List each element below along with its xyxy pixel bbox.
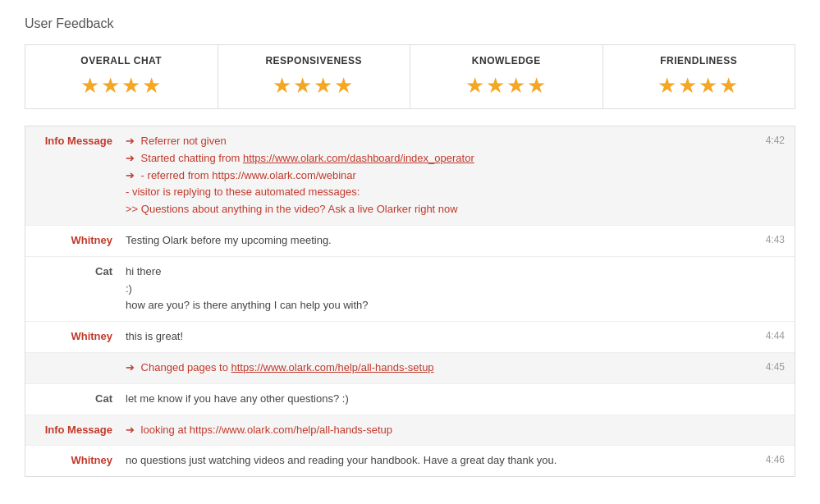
arrow-icon: ➔ xyxy=(126,167,135,185)
rating-friendliness-stars: ★★★★ xyxy=(620,73,779,99)
sender-cat-2: Cat xyxy=(35,391,126,405)
rating-friendliness: FRIENDLINESS ★★★★ xyxy=(602,45,795,109)
sender-whitney-2: Whitney xyxy=(35,328,126,342)
cat-message-line-1: hi there xyxy=(126,263,735,281)
message-info-2: ➔ Changed pages to https://www.olark.com… xyxy=(126,360,735,377)
message-info-1: ➔ Referrer not given ➔ Started chatting … xyxy=(126,133,735,218)
chat-row-info-3: Info Message ➔ looking at https://www.ol… xyxy=(25,415,795,447)
message-info-3: ➔ looking at https://www.olark.com/help/… xyxy=(126,422,735,439)
time-cat-2 xyxy=(735,391,785,392)
rating-overall-chat: OVERALL CHAT ★★★★ xyxy=(25,45,218,109)
arrow-icon: ➔ xyxy=(126,150,135,167)
page-container: User Feedback OVERALL CHAT ★★★★ RESPONSI… xyxy=(0,0,820,493)
message-whitney-3: no questions just watching videos and re… xyxy=(126,452,735,470)
chat-row-whitney-3: Whitney no questions just watching video… xyxy=(25,446,795,476)
message-whitney-2: this is great! xyxy=(126,328,735,346)
message-whitney-1: Testing Olark before my upcoming meeting… xyxy=(126,232,735,250)
rating-responsiveness-stars: ★★★★ xyxy=(235,73,394,99)
time-445: 4:45 xyxy=(735,360,785,373)
sender-info-2 xyxy=(35,360,126,361)
message-cat-2: let me know if you have any other questi… xyxy=(126,391,735,408)
rating-friendliness-label: FRIENDLINESS xyxy=(620,55,779,66)
page-title: User Feedback xyxy=(25,16,795,31)
all-hands-link[interactable]: https://www.olark.com/help/all-hands-set… xyxy=(231,361,433,373)
ratings-table: OVERALL CHAT ★★★★ RESPONSIVENESS ★★★★ KN… xyxy=(25,44,795,109)
time-442: 4:42 xyxy=(735,133,785,146)
sender-info-1: Info Message xyxy=(35,133,126,147)
rating-overall-stars: ★★★★ xyxy=(42,73,201,99)
sender-whitney-1: Whitney xyxy=(35,232,126,246)
cat-message-line-3: how are you? is there anything I can hel… xyxy=(126,297,735,314)
time-cat-1 xyxy=(735,263,785,265)
chat-container: Info Message ➔ Referrer not given ➔ Star… xyxy=(25,126,795,477)
chat-row-whitney-2: Whitney this is great! 4:44 xyxy=(25,322,795,353)
chat-row-whitney-1: Whitney Testing Olark before my upcoming… xyxy=(25,226,795,257)
arrow-icon: ➔ xyxy=(126,133,135,150)
rating-knowledge-label: KNOWLEDGE xyxy=(427,55,586,66)
sender-info-3: Info Message xyxy=(35,422,126,436)
rating-responsiveness-label: RESPONSIVENESS xyxy=(235,55,394,66)
chat-row-info-1: Info Message ➔ Referrer not given ➔ Star… xyxy=(25,126,795,226)
sender-cat-1: Cat xyxy=(35,263,126,277)
rating-knowledge: KNOWLEDGE ★★★★ xyxy=(410,45,603,109)
chat-row-cat-1: Cat hi there :) how are you? is there an… xyxy=(25,257,795,322)
rating-responsiveness: RESPONSIVENESS ★★★★ xyxy=(218,45,410,109)
chat-row-cat-2: Cat let me know if you have any other qu… xyxy=(25,384,795,415)
chat-row-info-2: ➔ Changed pages to https://www.olark.com… xyxy=(25,353,795,384)
time-446: 4:46 xyxy=(735,452,785,465)
time-444: 4:44 xyxy=(735,328,785,341)
arrow-icon: ➔ xyxy=(126,360,135,377)
time-info-3 xyxy=(735,422,785,424)
sender-whitney-3: Whitney xyxy=(35,452,126,466)
dashboard-link[interactable]: https://www.olark.com/dashboard/index_op… xyxy=(243,152,474,164)
cat-message-line-2: :) xyxy=(126,281,735,298)
message-cat-1: hi there :) how are you? is there anythi… xyxy=(126,263,735,314)
arrow-icon: ➔ xyxy=(126,422,135,439)
rating-overall-label: OVERALL CHAT xyxy=(42,55,201,66)
rating-knowledge-stars: ★★★★ xyxy=(427,73,586,99)
time-443: 4:43 xyxy=(735,232,785,245)
